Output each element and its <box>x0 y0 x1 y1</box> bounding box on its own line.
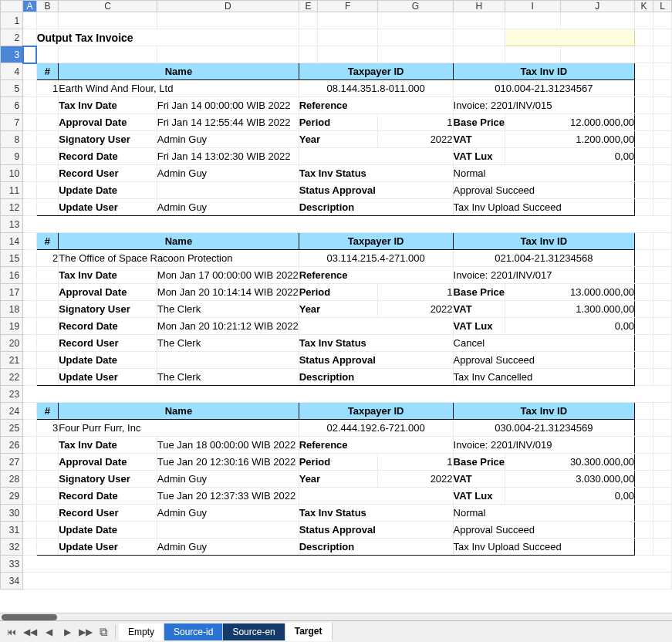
active-cell[interactable] <box>23 46 36 63</box>
yellow-cell[interactable] <box>505 29 635 46</box>
row-header[interactable]: 3 <box>1 46 23 63</box>
scrollbar-thumb[interactable] <box>2 614 57 620</box>
select-all-corner[interactable] <box>1 1 23 12</box>
row-header[interactable]: 2 <box>1 29 23 46</box>
value[interactable]: Fri Jan 14 00:00:00 WIB 2022 <box>157 97 299 114</box>
col-header-H[interactable]: H <box>453 1 505 12</box>
col-header-D[interactable]: D <box>157 1 299 12</box>
prev-sheet-icon[interactable]: ◀◀ <box>23 627 37 637</box>
col-header-L[interactable]: L <box>653 1 672 12</box>
sheet-tab-bar: ⏮ ◀◀ ◀ ▶ ▶▶ ⧉ Empty Source-id Source-en … <box>0 620 672 642</box>
label[interactable]: Tax Inv Date <box>59 97 157 114</box>
col-header-B[interactable]: B <box>36 1 59 12</box>
row-header[interactable]: 1 <box>1 12 23 29</box>
header-name[interactable]: Name <box>59 63 299 80</box>
col-header-A[interactable]: A <box>23 1 36 12</box>
spreadsheet-grid[interactable]: A B C D E F G H I J K L 1 2 Output Tax I… <box>0 0 672 590</box>
rec-taxpayer[interactable]: 08.144.351.8-011.000 <box>299 80 453 97</box>
label[interactable]: Reference <box>299 97 453 114</box>
col-header-G[interactable]: G <box>378 1 453 12</box>
tab-empty[interactable]: Empty <box>119 623 164 640</box>
rec-name[interactable]: Earth Wind And Flour, Ltd <box>59 80 299 97</box>
value[interactable]: Invoice: 2201/INV/015 <box>453 97 635 114</box>
header-taxinv[interactable]: Tax Inv ID <box>453 63 635 80</box>
col-header-I[interactable]: I <box>505 1 560 12</box>
rec-taxinv[interactable]: 010.004-21.31234567 <box>453 80 635 97</box>
tab-source-id[interactable]: Source-id <box>164 623 223 640</box>
column-header-row: A B C D E F G H I J K L <box>1 1 672 12</box>
header-num[interactable]: # <box>36 63 59 80</box>
col-header-F[interactable]: F <box>318 1 378 12</box>
col-header-E[interactable]: E <box>299 1 318 12</box>
next-sheet-icon[interactable]: ▶▶ <box>79 627 93 637</box>
add-sheet-icon[interactable]: ⧉ <box>97 625 116 639</box>
col-header-C[interactable]: C <box>59 1 157 12</box>
rec-num[interactable]: 1 <box>36 80 59 97</box>
tab-target[interactable]: Target <box>285 623 333 641</box>
col-header-K[interactable]: K <box>635 1 653 12</box>
first-sheet-icon[interactable]: ⏮ <box>5 627 19 637</box>
cell[interactable] <box>23 12 36 29</box>
horizontal-scrollbar[interactable] <box>0 613 672 620</box>
col-header-J[interactable]: J <box>560 1 635 12</box>
header-taxpayer[interactable]: Taxpayer ID <box>299 63 453 80</box>
next-icon[interactable]: ▶ <box>60 627 74 637</box>
prev-icon[interactable]: ◀ <box>42 627 56 637</box>
tab-source-en[interactable]: Source-en <box>223 623 285 640</box>
page-title[interactable]: Output Tax Invoice <box>36 29 299 46</box>
